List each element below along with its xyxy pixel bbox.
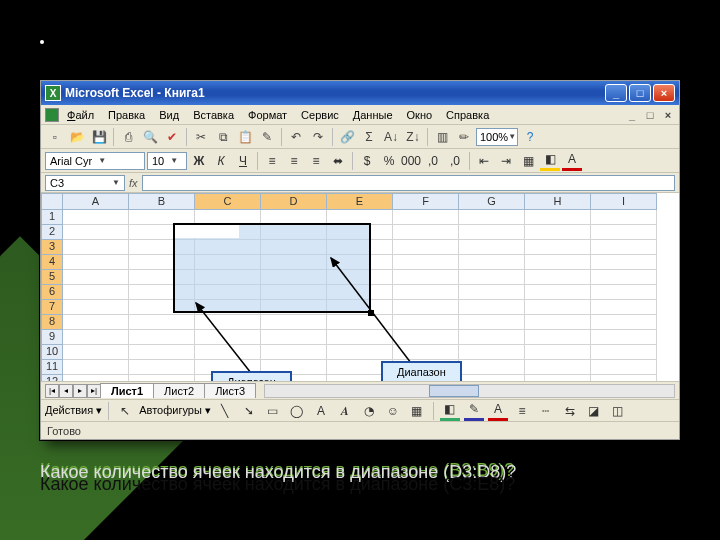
cell[interactable]	[327, 330, 393, 345]
copy-icon[interactable]: ⧉	[213, 127, 233, 147]
cell[interactable]	[261, 330, 327, 345]
cell[interactable]	[261, 315, 327, 330]
row-header-2[interactable]: 2	[41, 225, 63, 240]
cell[interactable]	[459, 210, 525, 225]
align-left-icon[interactable]: ≡	[262, 151, 282, 171]
row-header-10[interactable]: 10	[41, 345, 63, 360]
row-header-4[interactable]: 4	[41, 255, 63, 270]
menu-tools[interactable]: Сервис	[295, 107, 345, 123]
font-combo[interactable]: Arial Cyr▼	[45, 152, 145, 170]
cell[interactable]	[591, 315, 657, 330]
italic-button[interactable]: К	[211, 151, 231, 171]
cell[interactable]	[393, 255, 459, 270]
cell[interactable]	[591, 285, 657, 300]
cell[interactable]	[459, 270, 525, 285]
line-icon[interactable]: ╲	[215, 401, 235, 421]
cell[interactable]	[327, 345, 393, 360]
cell[interactable]	[525, 330, 591, 345]
oval-icon[interactable]: ◯	[287, 401, 307, 421]
currency-icon[interactable]: $	[357, 151, 377, 171]
row-header-8[interactable]: 8	[41, 315, 63, 330]
open-icon[interactable]: 📂	[67, 127, 87, 147]
row-header-9[interactable]: 9	[41, 330, 63, 345]
cell[interactable]	[393, 210, 459, 225]
wordart-icon[interactable]: 𝑨	[335, 401, 355, 421]
rectangle-icon[interactable]: ▭	[263, 401, 283, 421]
col-header-E[interactable]: E	[327, 193, 393, 210]
mdi-close-icon[interactable]: ×	[661, 109, 675, 121]
format-painter-icon[interactable]: ✎	[257, 127, 277, 147]
titlebar[interactable]: X Microsoft Excel - Книга1 _ □ ×	[41, 81, 679, 105]
cell[interactable]	[525, 315, 591, 330]
cell[interactable]	[525, 240, 591, 255]
insert-diagram-icon[interactable]: ◔	[359, 401, 379, 421]
menu-insert[interactable]: Вставка	[187, 107, 240, 123]
font-color-draw-icon[interactable]: A	[488, 401, 508, 421]
hyperlink-icon[interactable]: 🔗	[337, 127, 357, 147]
menu-help[interactable]: Справка	[440, 107, 495, 123]
cell[interactable]	[591, 330, 657, 345]
spellcheck-icon[interactable]: ✔	[162, 127, 182, 147]
cell[interactable]	[525, 360, 591, 375]
tab-nav-prev-icon[interactable]: ◂	[59, 384, 73, 398]
cell[interactable]	[63, 210, 129, 225]
col-header-D[interactable]: D	[261, 193, 327, 210]
maximize-button[interactable]: □	[629, 84, 651, 102]
select-objects-icon[interactable]: ↖	[115, 401, 135, 421]
line-style-icon[interactable]: ≡	[512, 401, 532, 421]
insert-picture-icon[interactable]: ▦	[407, 401, 427, 421]
minimize-button[interactable]: _	[605, 84, 627, 102]
cell[interactable]	[459, 315, 525, 330]
decrease-decimal-icon[interactable]: ,0	[445, 151, 465, 171]
cell[interactable]	[129, 375, 195, 381]
font-color-icon[interactable]: A	[562, 151, 582, 171]
bold-button[interactable]: Ж	[189, 151, 209, 171]
3d-icon[interactable]: ◫	[608, 401, 628, 421]
textbox-icon[interactable]: A	[311, 401, 331, 421]
cell[interactable]	[591, 240, 657, 255]
formula-input[interactable]	[142, 175, 675, 191]
spreadsheet-grid[interactable]: ABCDEFGHI 12345678910111213 Диапазон Диа…	[41, 193, 679, 381]
cut-icon[interactable]: ✂	[191, 127, 211, 147]
autoshapes-menu[interactable]: Автофигуры ▾	[139, 404, 211, 417]
cell[interactable]	[459, 240, 525, 255]
mdi-minimize-icon[interactable]: _	[625, 109, 639, 121]
sort-desc-icon[interactable]: Z↓	[403, 127, 423, 147]
undo-icon[interactable]: ↶	[286, 127, 306, 147]
cell[interactable]	[591, 270, 657, 285]
cell[interactable]	[525, 225, 591, 240]
tab-nav-first-icon[interactable]: |◂	[45, 384, 59, 398]
line-color-icon[interactable]: ✎	[464, 401, 484, 421]
chart-icon[interactable]: ▥	[432, 127, 452, 147]
col-header-C[interactable]: C	[195, 193, 261, 210]
cell[interactable]	[591, 210, 657, 225]
cell[interactable]	[393, 330, 459, 345]
cell[interactable]	[591, 255, 657, 270]
cell[interactable]	[591, 345, 657, 360]
increase-decimal-icon[interactable]: ,0	[423, 151, 443, 171]
sort-asc-icon[interactable]: A↓	[381, 127, 401, 147]
cell[interactable]	[63, 225, 129, 240]
drawing-actions-menu[interactable]: Действия ▾	[45, 404, 102, 417]
clipart-icon[interactable]: ☺	[383, 401, 403, 421]
cell[interactable]	[459, 375, 525, 381]
row-header-3[interactable]: 3	[41, 240, 63, 255]
cell[interactable]	[459, 345, 525, 360]
percent-icon[interactable]: %	[379, 151, 399, 171]
cell[interactable]	[63, 375, 129, 381]
font-size-combo[interactable]: 10▼	[147, 152, 187, 170]
select-all-corner[interactable]	[41, 193, 63, 210]
cell[interactable]	[63, 315, 129, 330]
cell[interactable]	[63, 255, 129, 270]
comma-icon[interactable]: 000	[401, 151, 421, 171]
cell[interactable]	[393, 270, 459, 285]
arrow-icon[interactable]: ➘	[239, 401, 259, 421]
cell[interactable]	[525, 300, 591, 315]
cell[interactable]	[459, 300, 525, 315]
zoom-combo[interactable]: 100%▼	[476, 128, 518, 146]
help-icon[interactable]: ?	[520, 127, 540, 147]
fill-color-icon[interactable]: ◧	[540, 151, 560, 171]
row-header-6[interactable]: 6	[41, 285, 63, 300]
merge-icon[interactable]: ⬌	[328, 151, 348, 171]
new-icon[interactable]: ▫	[45, 127, 65, 147]
